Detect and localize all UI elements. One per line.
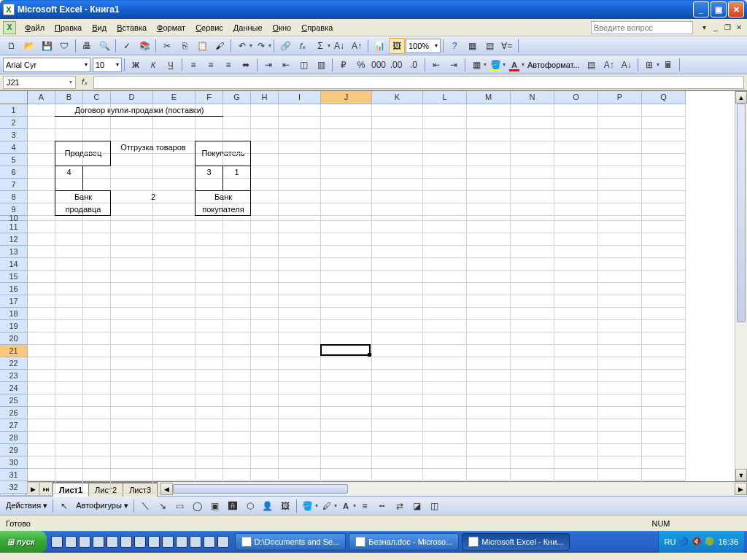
cell[interactable] xyxy=(372,295,423,308)
cell[interactable] xyxy=(83,154,111,166)
cell[interactable] xyxy=(223,246,251,258)
cell[interactable] xyxy=(279,117,321,129)
cell[interactable] xyxy=(321,295,372,308)
cell[interactable] xyxy=(554,154,598,166)
menu-данные[interactable]: Данные xyxy=(229,22,267,34)
cell[interactable] xyxy=(28,419,55,432)
cell[interactable] xyxy=(279,320,321,332)
cell[interactable] xyxy=(511,203,554,216)
cell[interactable] xyxy=(28,191,55,203)
cell[interactable] xyxy=(196,419,223,432)
quicklaunch-icon[interactable] xyxy=(79,536,90,548)
cell[interactable] xyxy=(423,432,467,444)
cell[interactable] xyxy=(55,117,83,129)
row-header-10[interactable]: 10 xyxy=(0,216,28,221)
currency-icon[interactable]: ₽ xyxy=(336,57,352,73)
cell[interactable] xyxy=(598,216,642,221)
cell[interactable] xyxy=(642,444,686,456)
cell[interactable] xyxy=(598,141,642,154)
cell[interactable] xyxy=(598,104,642,117)
cell[interactable] xyxy=(111,469,153,481)
cell[interactable] xyxy=(111,407,153,419)
quicklaunch-icon[interactable] xyxy=(204,536,215,548)
cell[interactable] xyxy=(642,203,686,216)
cell[interactable] xyxy=(28,432,55,444)
cell[interactable] xyxy=(55,481,83,494)
cell[interactable] xyxy=(642,394,686,407)
cell[interactable] xyxy=(153,117,196,129)
cell[interactable] xyxy=(279,469,321,481)
cell[interactable] xyxy=(598,345,642,357)
cell[interactable] xyxy=(223,141,251,154)
quicklaunch-icon[interactable] xyxy=(134,536,146,548)
cell[interactable] xyxy=(28,221,55,233)
shadow-icon[interactable]: ◪ xyxy=(409,498,425,514)
row-header-18[interactable]: 18 xyxy=(0,308,28,320)
cell[interactable] xyxy=(196,456,223,469)
cell[interactable]: 2 xyxy=(111,191,153,203)
row-header-26[interactable]: 26 xyxy=(0,407,28,419)
col-header-N[interactable]: N xyxy=(511,91,554,104)
toolbox-icon[interactable]: ◫ xyxy=(295,57,311,73)
cell[interactable] xyxy=(372,444,423,456)
cell[interactable] xyxy=(423,320,467,332)
cell[interactable] xyxy=(83,407,111,419)
cell[interactable] xyxy=(83,419,111,432)
cell[interactable] xyxy=(642,345,686,357)
cell[interactable] xyxy=(55,271,83,283)
cell[interactable] xyxy=(598,221,642,233)
cell[interactable] xyxy=(598,382,642,394)
cell[interactable] xyxy=(83,332,111,345)
cell[interactable] xyxy=(196,271,223,283)
redo-icon[interactable]: ↷ xyxy=(253,38,269,54)
cell[interactable] xyxy=(321,191,372,203)
row-header-6[interactable]: 6 xyxy=(0,166,28,179)
cell[interactable] xyxy=(111,370,153,382)
cell[interactable] xyxy=(251,332,279,345)
cell[interactable] xyxy=(55,407,83,419)
cell[interactable] xyxy=(423,394,467,407)
cell[interactable] xyxy=(423,203,467,216)
cell[interactable] xyxy=(55,469,83,481)
cell[interactable] xyxy=(153,129,196,141)
window-minimize-button[interactable]: _ xyxy=(693,1,709,18)
cell[interactable] xyxy=(196,258,223,271)
cell[interactable] xyxy=(554,191,598,203)
quicklaunch-icon[interactable] xyxy=(120,536,132,548)
cell[interactable] xyxy=(28,456,55,469)
cell[interactable] xyxy=(554,456,598,469)
cell[interactable] xyxy=(279,104,321,117)
permission-icon[interactable]: 🛡 xyxy=(56,38,72,54)
row-header-14[interactable]: 14 xyxy=(0,258,28,271)
cell[interactable] xyxy=(111,295,153,308)
cell[interactable] xyxy=(642,308,686,320)
draw-actions-menu[interactable]: Действия ▾ xyxy=(3,501,50,510)
cell[interactable] xyxy=(251,271,279,283)
cell[interactable] xyxy=(223,456,251,469)
cell[interactable] xyxy=(554,357,598,370)
cell[interactable] xyxy=(321,104,372,117)
col-header-M[interactable]: M xyxy=(467,91,511,104)
start-button[interactable]: ⊞пуск xyxy=(0,531,47,553)
row-header-5[interactable]: 5 xyxy=(0,154,28,166)
cell[interactable] xyxy=(28,166,55,179)
cell[interactable] xyxy=(55,382,83,394)
cell[interactable] xyxy=(196,154,223,166)
cell[interactable] xyxy=(598,444,642,456)
cell[interactable] xyxy=(321,382,372,394)
cell[interactable] xyxy=(83,444,111,456)
row-header-29[interactable]: 29 xyxy=(0,444,28,456)
cell[interactable] xyxy=(279,154,321,166)
cell[interactable] xyxy=(153,104,196,117)
cell[interactable] xyxy=(83,357,111,370)
cell[interactable] xyxy=(111,203,153,216)
quicklaunch-icon[interactable] xyxy=(93,536,104,548)
cell[interactable] xyxy=(111,233,153,246)
cell[interactable] xyxy=(598,283,642,295)
cell[interactable] xyxy=(642,216,686,221)
menu-сервис[interactable]: Сервис xyxy=(191,22,228,34)
cell[interactable] xyxy=(223,469,251,481)
cell[interactable] xyxy=(196,308,223,320)
cell[interactable] xyxy=(511,444,554,456)
cell[interactable] xyxy=(55,456,83,469)
